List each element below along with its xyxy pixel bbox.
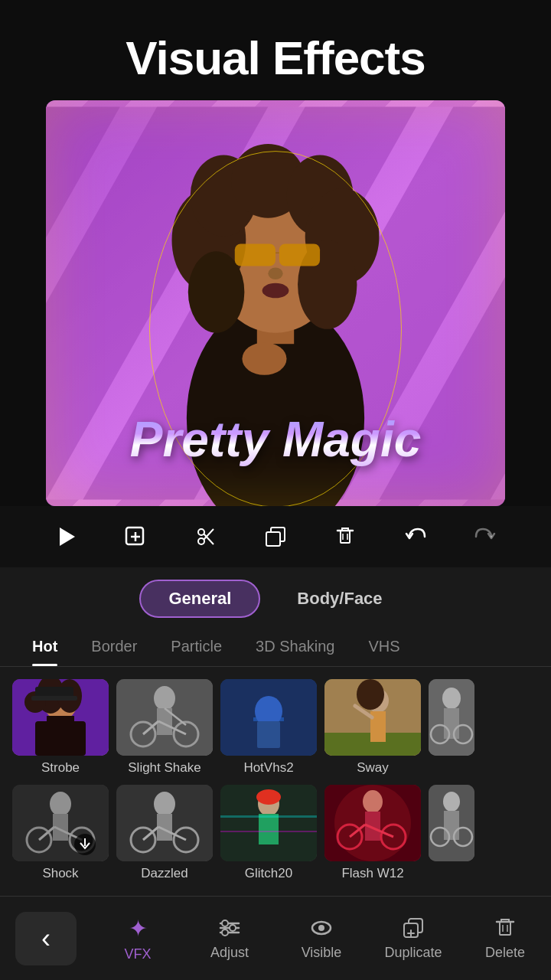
- effect-slight-shake[interactable]: Slight Shake: [116, 679, 213, 776]
- svg-point-62: [357, 679, 384, 710]
- effect-slight-shake-thumb: [116, 679, 213, 756]
- effect-dazzled-thumb: [116, 785, 213, 861]
- tab-hot[interactable]: Hot: [15, 630, 74, 666]
- effect-flash-w12-label: Flash W12: [341, 866, 403, 881]
- page-title: Visual Effects: [23, 31, 528, 85]
- effect-glitch20-label: Glitch20: [245, 866, 292, 881]
- nav-delete[interactable]: Delete: [474, 916, 536, 961]
- svg-rect-16: [235, 244, 276, 266]
- nav-vfx-label: VFX: [124, 946, 151, 962]
- svg-point-65: [442, 688, 461, 709]
- effect-flip-1-thumb: [429, 679, 474, 756]
- svg-point-100: [443, 792, 460, 812]
- tab-border[interactable]: Border: [74, 630, 154, 666]
- nav-adjust-label: Adjust: [210, 945, 249, 961]
- svg-rect-41: [35, 721, 86, 756]
- svg-point-108: [230, 925, 236, 931]
- effect-dazzled-label: Dazzled: [141, 866, 187, 881]
- effect-sway-label: Sway: [357, 760, 389, 776]
- nav-visible-label: Visible: [302, 945, 342, 961]
- effects-row-1: Strobe Slight Shake: [12, 679, 539, 776]
- nav-duplicate-label: Duplicate: [384, 945, 442, 961]
- svg-rect-32: [266, 532, 280, 546]
- effect-slight-shake-label: Slight Shake: [128, 760, 201, 776]
- effect-glitch20-thumb: [220, 785, 317, 861]
- tab-particle[interactable]: Particle: [154, 630, 239, 666]
- back-button[interactable]: ‹: [15, 912, 77, 965]
- nav-vfx[interactable]: ✦ VFX: [107, 915, 168, 962]
- nav-adjust[interactable]: Adjust: [199, 916, 260, 961]
- duplicate-button[interactable]: [259, 520, 292, 554]
- effect-flip-1[interactable]: Flip: [429, 679, 474, 776]
- svg-point-109: [222, 929, 228, 936]
- svg-point-107: [222, 920, 228, 926]
- svg-rect-66: [444, 708, 459, 739]
- delete-button[interactable]: [328, 520, 362, 554]
- scissors-button[interactable]: [189, 520, 223, 554]
- effect-glitch20[interactable]: Glitch20: [220, 785, 317, 881]
- svg-marker-23: [60, 528, 75, 546]
- effect-sway-thumb: [324, 679, 421, 756]
- svg-point-21: [242, 342, 286, 375]
- effect-flash-w12-thumb: [324, 785, 421, 861]
- effect-hotvhs2[interactable]: HotVhs2: [220, 679, 317, 776]
- nav-visible[interactable]: Visible: [291, 916, 352, 961]
- bottom-nav: ‹ ✦ VFX Adjust Visible Duplicate: [0, 896, 551, 980]
- svg-rect-57: [257, 721, 280, 748]
- svg-point-111: [318, 925, 324, 931]
- toolbar: [0, 506, 551, 567]
- effect-hotvhs2-label: HotVhs2: [243, 760, 293, 776]
- effect-strobe-label: Strobe: [41, 760, 80, 776]
- adjust-icon: [217, 916, 242, 940]
- svg-point-19: [268, 268, 282, 279]
- effect-strobe-thumb: [12, 679, 109, 756]
- svg-rect-87: [259, 814, 279, 844]
- effects-section: Strobe Slight Shake: [0, 667, 551, 903]
- svg-rect-33: [341, 531, 350, 543]
- effect-flip-2[interactable]: Flip: [429, 785, 474, 881]
- effect-shock-label: Shock: [42, 866, 78, 881]
- main-tab-group: General Body/Face: [0, 580, 551, 618]
- vfx-icon: ✦: [129, 915, 148, 942]
- preview-caption: Pretty Magic: [46, 411, 505, 468]
- visible-icon: [309, 916, 334, 940]
- svg-rect-44: [31, 696, 77, 701]
- svg-rect-89: [220, 815, 317, 818]
- effect-sway[interactable]: Sway: [324, 679, 421, 776]
- tab-body-face[interactable]: Body/Face: [268, 580, 411, 618]
- effect-dazzled[interactable]: Dazzled: [116, 785, 213, 881]
- svg-rect-17: [279, 244, 320, 266]
- effect-flash-w12[interactable]: Flash W12: [324, 785, 421, 881]
- svg-rect-116: [500, 922, 510, 935]
- svg-point-98: [334, 785, 411, 861]
- redo-button[interactable]: [468, 520, 502, 554]
- svg-point-20: [262, 283, 289, 298]
- effect-shock[interactable]: Shock: [12, 785, 109, 881]
- effect-flip-2-thumb: [429, 785, 474, 861]
- nav-duplicate[interactable]: Duplicate: [383, 916, 444, 961]
- delete-nav-icon: [493, 916, 517, 940]
- svg-point-46: [154, 686, 175, 710]
- effects-row-2: Shock Dazzled: [12, 785, 539, 881]
- effect-hotvhs2-thumb: [220, 679, 317, 756]
- header: Visual Effects: [0, 0, 551, 100]
- add-clip-button[interactable]: [119, 520, 152, 554]
- tab-general[interactable]: General: [139, 580, 260, 618]
- tab-vhs[interactable]: VHS: [351, 630, 416, 666]
- svg-point-79: [154, 792, 175, 816]
- svg-rect-90: [220, 831, 317, 832]
- nav-delete-label: Delete: [485, 945, 525, 961]
- effect-strobe[interactable]: Strobe: [12, 679, 109, 776]
- duplicate-nav-icon: [401, 916, 425, 940]
- undo-button[interactable]: [399, 520, 432, 554]
- svg-point-70: [50, 792, 71, 816]
- svg-point-88: [256, 789, 281, 805]
- effect-shock-thumb: [12, 785, 109, 861]
- svg-rect-101: [444, 811, 459, 840]
- tabs-section: General Body/Face Hot Border Particle 3D…: [0, 567, 551, 667]
- back-icon: ‹: [41, 925, 51, 952]
- play-button[interactable]: [49, 520, 83, 554]
- sub-tab-group: Hot Border Particle 3D Shaking VHS: [0, 630, 551, 667]
- preview-area: Pretty Magic: [46, 100, 505, 506]
- tab-3d-shaking[interactable]: 3D Shaking: [239, 630, 351, 666]
